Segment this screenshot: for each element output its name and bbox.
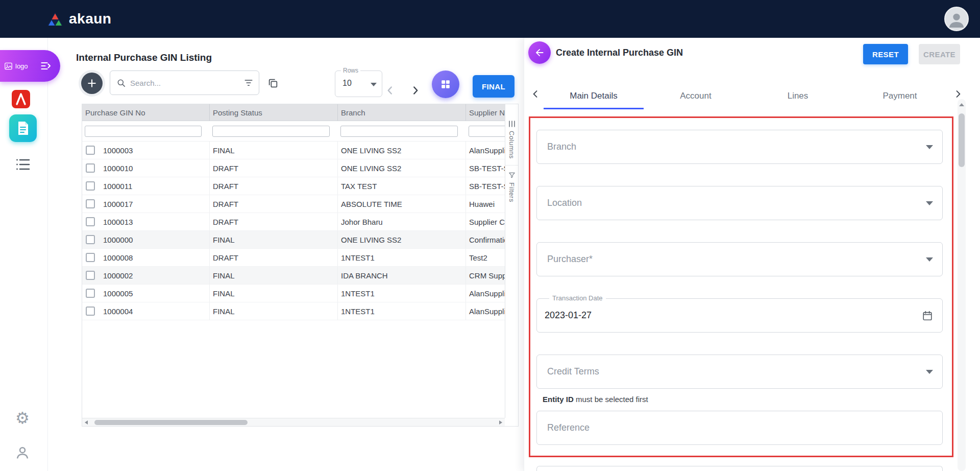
- row-checkbox[interactable]: [86, 146, 95, 155]
- tabs-scroll-right-chevron[interactable]: [953, 89, 963, 99]
- user-avatar[interactable]: [944, 7, 969, 31]
- brand-logo[interactable]: akaun: [47, 11, 111, 27]
- table-row[interactable]: 1000013 DRAFT Johor Bharu Supplier C: [82, 213, 505, 231]
- table-row[interactable]: 1000004 FINAL 1NTEST1 AlanSupplie: [82, 302, 505, 320]
- apps-grid-button[interactable]: [432, 70, 459, 98]
- row-checkbox[interactable]: [86, 163, 95, 173]
- reference-field-label: Reference: [547, 422, 590, 433]
- columns-panel-toggle[interactable]: Columns: [505, 114, 518, 165]
- row-checkbox[interactable]: [86, 199, 95, 208]
- cell-gin-no: 1000008: [103, 253, 133, 262]
- cell-branch: 1NTEST1: [338, 285, 466, 302]
- vertical-scrollbar[interactable]: [958, 99, 966, 471]
- purchaser-select-field[interactable]: Purchaser*: [536, 242, 943, 276]
- table-row[interactable]: 1000010 DRAFT ONE LIVING SS2 SB-TEST-SU: [82, 159, 505, 177]
- create-button[interactable]: CREATE: [919, 44, 960, 64]
- column-filter-input[interactable]: [340, 126, 458, 137]
- column-filter-cell: [210, 126, 338, 137]
- column-filter-input[interactable]: [85, 126, 202, 137]
- gin-table-content: Purchase GIN NoPosting StatusBranchSuppl…: [82, 104, 505, 418]
- column-header[interactable]: Purchase GIN No: [82, 104, 210, 121]
- cell-gin-no-wrap: 1000008: [82, 249, 210, 266]
- horizontal-scrollbar[interactable]: [82, 418, 505, 426]
- table-row[interactable]: 1000017 DRAFT ABSOLUTE TIME Huawei: [82, 195, 505, 213]
- column-header[interactable]: Branch: [338, 104, 466, 121]
- row-checkbox[interactable]: [86, 217, 95, 226]
- dropdown-caret-icon: [926, 370, 933, 374]
- helper-bold-part: Entity ID: [543, 395, 574, 404]
- transaction-date-field[interactable]: Transaction Date 2023-01-27: [536, 298, 943, 333]
- add-record-button[interactable]: [81, 73, 103, 94]
- horizontal-scrollbar-thumb[interactable]: [94, 420, 248, 425]
- dropdown-caret-icon: [926, 201, 933, 205]
- rows-per-page-select[interactable]: Rows 10: [335, 70, 382, 97]
- table-row[interactable]: 1000003 FINAL ONE LIVING SS2 AlanSupplie: [82, 142, 505, 159]
- row-checkbox[interactable]: [86, 289, 95, 298]
- branch-select-field[interactable]: Branch: [536, 130, 943, 164]
- column-filter-input[interactable]: [212, 126, 330, 137]
- collapse-sidebar-icon[interactable]: [40, 60, 52, 72]
- back-button[interactable]: [528, 41, 551, 64]
- row-checkbox[interactable]: [86, 235, 95, 244]
- reference-input-field[interactable]: Reference: [536, 411, 943, 445]
- next-page-chevron[interactable]: [409, 84, 422, 97]
- filters-panel-toggle[interactable]: Filters: [505, 165, 518, 208]
- pdf-app-icon[interactable]: [11, 89, 31, 109]
- table-row[interactable]: 1000008 DRAFT 1NTEST1 Test2: [82, 249, 505, 267]
- column-filter-input[interactable]: [469, 126, 505, 137]
- internal-purchase-gin-listing-panel: Internal Purchase GIN Listing: [76, 38, 519, 471]
- listing-menu-icon[interactable]: [15, 157, 31, 172]
- cell-branch: ONE LIVING SS2: [338, 231, 466, 248]
- scroll-up-arrow[interactable]: [959, 103, 964, 106]
- location-select-field[interactable]: Location: [536, 186, 943, 220]
- credit-terms-helper-text: Entity ID must be selected first: [543, 395, 648, 404]
- cell-supplier: Test2: [466, 249, 505, 266]
- row-checkbox[interactable]: [86, 253, 95, 262]
- column-filter-cell: [338, 126, 466, 137]
- scroll-left-arrow[interactable]: [85, 420, 88, 425]
- table-row[interactable]: 1000005 FINAL 1NTEST1 AlanSupplie: [82, 285, 505, 302]
- search-input[interactable]: [130, 79, 239, 87]
- credit-terms-select-field[interactable]: Credit Terms: [536, 355, 943, 389]
- tabs-scroll-left-chevron[interactable]: [530, 89, 541, 99]
- settings-gear-icon[interactable]: ⚙: [13, 409, 32, 427]
- cell-posting-status: FINAL: [210, 285, 338, 302]
- form-tab[interactable]: Main Details: [543, 83, 645, 109]
- sidebar-logo-pill[interactable]: logo: [0, 50, 60, 82]
- form-tab[interactable]: Account: [645, 83, 747, 109]
- column-header[interactable]: Supplier Na: [466, 104, 505, 121]
- dropdown-caret-icon: [926, 145, 933, 149]
- reset-button[interactable]: RESET: [863, 44, 908, 64]
- rows-label: Rows: [341, 67, 360, 74]
- calendar-icon[interactable]: [922, 310, 933, 321]
- funnel-icon: [508, 172, 516, 179]
- previous-page-chevron[interactable]: [383, 84, 397, 97]
- create-internal-purchase-gin-panel: Create Internal Purchase GIN RESET CREAT…: [524, 38, 980, 471]
- plus-icon: [87, 78, 97, 88]
- row-checkbox[interactable]: [86, 307, 95, 316]
- filter-list-icon[interactable]: [243, 78, 254, 88]
- drag-handle-icon: [508, 121, 516, 127]
- form-tab[interactable]: Payment: [849, 83, 951, 109]
- table-row[interactable]: 1000011 DRAFT TAX TEST SB-TEST-SU: [82, 177, 505, 195]
- gin-module-app-icon[interactable]: [9, 114, 37, 142]
- row-checkbox[interactable]: [86, 271, 95, 280]
- cell-branch: IDA BRANCH: [338, 267, 466, 284]
- cell-supplier: CRM Suppli: [466, 267, 505, 284]
- row-checkbox[interactable]: [86, 181, 95, 191]
- cell-posting-status: DRAFT: [210, 195, 338, 213]
- column-header[interactable]: Posting Status: [210, 104, 338, 121]
- search-icon: [116, 78, 126, 88]
- account-person-icon[interactable]: [13, 443, 32, 462]
- cell-branch: 1NTEST1: [338, 249, 466, 266]
- cell-supplier: AlanSupplie: [466, 285, 505, 302]
- form-tab[interactable]: Lines: [747, 83, 849, 109]
- vertical-scrollbar-thumb[interactable]: [959, 113, 965, 167]
- table-row[interactable]: 1000000 FINAL ONE LIVING SS2 Confirmatio: [82, 231, 505, 249]
- table-row[interactable]: 1000002 FINAL IDA BRANCH CRM Suppli: [82, 267, 505, 285]
- scroll-right-arrow[interactable]: [499, 420, 502, 425]
- cell-supplier: AlanSupplie: [466, 302, 505, 320]
- cell-gin-no: 1000002: [103, 271, 133, 280]
- duplicate-pages-icon[interactable]: [267, 78, 279, 89]
- posting-status-filter-button[interactable]: FINAL: [473, 75, 514, 98]
